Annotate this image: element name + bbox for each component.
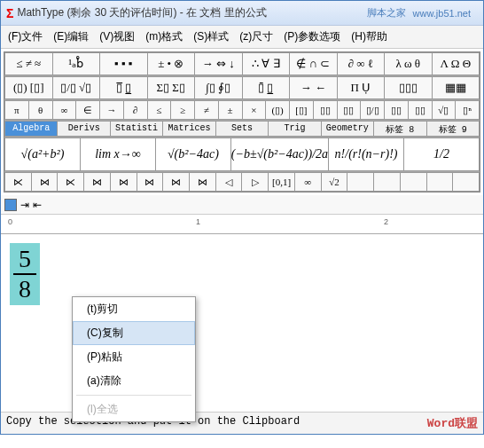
sym-pm[interactable]: ± — [219, 100, 243, 120]
tpl-bar[interactable]: ▯̄ ▯̲ — [243, 76, 291, 99]
menu-size[interactable]: (z)尺寸 — [236, 28, 277, 46]
sym-pi[interactable]: π — [4, 100, 29, 120]
sym-r5-4[interactable]: ⋈ — [111, 172, 137, 192]
menu-style[interactable]: (S)样式 — [190, 28, 232, 46]
sym-r5-5[interactable]: ⋈ — [137, 172, 164, 192]
tpl-nthroot[interactable]: ▯ⁿ — [456, 100, 480, 120]
formula-limit[interactable]: lim x→∞ — [81, 138, 156, 171]
tab-derivs[interactable]: Derivs — [58, 121, 110, 137]
sym-relational[interactable]: ≤ ≠ ≈ — [4, 52, 53, 75]
tpl-sup[interactable]: ▯▯ — [314, 100, 338, 120]
tpl-boxes[interactable]: ▦▦ — [433, 76, 480, 99]
sym-r5-0[interactable]: ⋉ — [4, 172, 32, 192]
color-swatch[interactable] — [4, 199, 17, 211]
tab-8[interactable]: 标签 8 — [374, 121, 426, 137]
tpl-sqrt[interactable]: √▯ — [433, 100, 457, 120]
formula-row: √(a²+b²) lim x→∞ √(b²−4ac) (−b±√(b²−4ac)… — [4, 138, 480, 172]
sym-set[interactable]: ∉ ∩ ⊂ — [290, 52, 338, 75]
fraction-numerator[interactable]: 5 — [13, 245, 36, 275]
formula-combination[interactable]: n!/(r!(n−r)!) — [329, 138, 404, 171]
sym-r5-17[interactable] — [453, 172, 480, 192]
menu-prefs[interactable]: (P)参数选项 — [280, 28, 344, 46]
sym-r5-7[interactable]: ⋈ — [190, 172, 216, 192]
ctx-separator — [76, 395, 191, 396]
menu-help[interactable]: (H)帮助 — [347, 28, 391, 46]
ruler[interactable]: 0 1 2 — [1, 215, 483, 234]
sym-misc[interactable]: ∂ ∞ ℓ — [338, 52, 386, 75]
tab-statistics[interactable]: Statisti — [111, 121, 163, 137]
window-title: MathType (剩余 30 天的评估时间) - 在 文档 里的公式 — [17, 5, 366, 20]
sym-r5-3[interactable]: ⋈ — [84, 172, 111, 192]
tab-align-icon[interactable]: ⇥ — [20, 199, 29, 211]
sym-r5-11[interactable]: ∞ — [295, 172, 322, 192]
symbol-row-small: π θ ∞ ∈ → ∂ ≤ ≥ ≠ ± × (▯) [▯] ▯▯ ▯▯ ▯/▯ … — [4, 100, 480, 121]
tpl-integral[interactable]: ∫▯ ∮▯ — [195, 76, 243, 99]
tab-align-icon-2[interactable]: ⇤ — [33, 199, 42, 211]
tpl-product[interactable]: Π Ụ — [338, 76, 386, 99]
tpl-fraction[interactable]: ▯/▯ √▯ — [53, 76, 101, 99]
sym-greek-uc[interactable]: Λ Ω Θ — [433, 52, 480, 75]
tab-trig[interactable]: Trig — [269, 121, 321, 137]
sym-logical[interactable]: ∴ ∀ ∃ — [243, 52, 291, 75]
sym-spaces[interactable]: ¹ₐb̊ — [53, 52, 101, 75]
tpl-frac2[interactable]: ▯▯ — [385, 100, 409, 120]
menu-view[interactable]: (V)视图 — [96, 28, 138, 46]
sym-r5-15[interactable] — [401, 172, 427, 192]
tpl-fence[interactable]: (▯) [▯] — [4, 76, 53, 99]
tpl-bracket[interactable]: [▯] — [290, 100, 314, 120]
tab-algebra[interactable]: Algebra — [4, 121, 58, 137]
tab-sets[interactable]: Sets — [216, 121, 269, 137]
sym-operators[interactable]: ± • ⊗ — [148, 52, 196, 75]
tpl-sum[interactable]: Σ▯ Σ▯ — [148, 76, 196, 99]
tpl-sub[interactable]: ▯▯ — [338, 100, 362, 120]
tpl-paren[interactable]: (▯) — [266, 100, 290, 120]
tpl-labeled-arrow[interactable]: → ← — [290, 76, 338, 99]
tab-9[interactable]: 标签 9 — [427, 121, 480, 137]
toolbar-panel: ≤ ≠ ≈ ¹ₐb̊ ▪ ▪ ▪ ± • ⊗ → ⇔ ↓ ∴ ∀ ∃ ∉ ∩ ⊂… — [4, 51, 480, 193]
sym-in[interactable]: ∈ — [76, 100, 100, 120]
formula-quadratic[interactable]: (−b±√(b²−4ac))/2a — [231, 138, 329, 171]
formula-half[interactable]: 1/2 — [404, 138, 480, 171]
tpl-frac3[interactable]: ▯▯ — [409, 100, 433, 120]
equation-canvas[interactable]: 5 8 (t)剪切 (C)复制 (P)粘贴 (a)清除 (l)全选 — [1, 234, 483, 412]
ctx-paste[interactable]: (P)粘贴 — [73, 345, 195, 369]
equation-fraction[interactable]: 5 8 — [10, 243, 40, 305]
sym-r5-1[interactable]: ⋈ — [32, 172, 59, 192]
sym-ne[interactable]: ≠ — [195, 100, 219, 120]
sym-r5-13[interactable] — [347, 172, 374, 192]
ctx-cut[interactable]: (t)剪切 — [73, 297, 195, 321]
sym-infty[interactable]: ∞ — [53, 100, 77, 120]
ctx-clear[interactable]: (a)清除 — [73, 369, 195, 393]
sym-partial[interactable]: ∂ — [124, 100, 148, 120]
tpl-matrix[interactable]: ▯▯▯ — [385, 76, 433, 99]
tpl-underover[interactable]: ▯̅ ▯̲ — [100, 76, 148, 99]
sym-times[interactable]: × — [243, 100, 267, 120]
sym-arrows[interactable]: → ⇔ ↓ — [195, 52, 243, 75]
sym-greek-lc[interactable]: λ ω θ — [385, 52, 433, 75]
sym-r5-12[interactable]: √2 — [322, 172, 348, 192]
formula-discriminant[interactable]: √(b²−4ac) — [156, 138, 231, 171]
sym-r5-8[interactable]: ◁ — [216, 172, 243, 192]
header-link-label: 脚本之家 — [367, 6, 406, 20]
sym-r5-6[interactable]: ⋈ — [163, 172, 190, 192]
sym-r5-9[interactable]: ▷ — [242, 172, 269, 192]
ctx-copy[interactable]: (C)复制 — [73, 321, 195, 345]
fraction-denominator[interactable]: 8 — [13, 275, 36, 303]
sym-r5-10[interactable]: [0,1] — [269, 172, 295, 192]
sym-r5-2[interactable]: ⋉ — [58, 172, 84, 192]
sym-arrow[interactable]: → — [100, 100, 124, 120]
formula-pythag[interactable]: √(a²+b²) — [4, 138, 81, 171]
sym-le[interactable]: ≤ — [148, 100, 172, 120]
menu-edit[interactable]: (E)编辑 — [50, 28, 92, 46]
sym-embellish[interactable]: ▪ ▪ ▪ — [100, 52, 148, 75]
sym-r5-14[interactable] — [374, 172, 401, 192]
tpl-frac[interactable]: ▯/▯ — [361, 100, 385, 120]
sym-ge[interactable]: ≥ — [171, 100, 195, 120]
tab-geometry[interactable]: Geometry — [322, 121, 374, 137]
sym-r5-16[interactable] — [427, 172, 454, 192]
tab-matrices[interactable]: Matrices — [163, 121, 215, 137]
sym-theta[interactable]: θ — [29, 100, 53, 120]
menu-file[interactable]: (F)文件 — [4, 28, 46, 46]
ctx-selectall: (l)全选 — [73, 397, 195, 421]
menu-format[interactable]: (m)格式 — [142, 28, 186, 46]
